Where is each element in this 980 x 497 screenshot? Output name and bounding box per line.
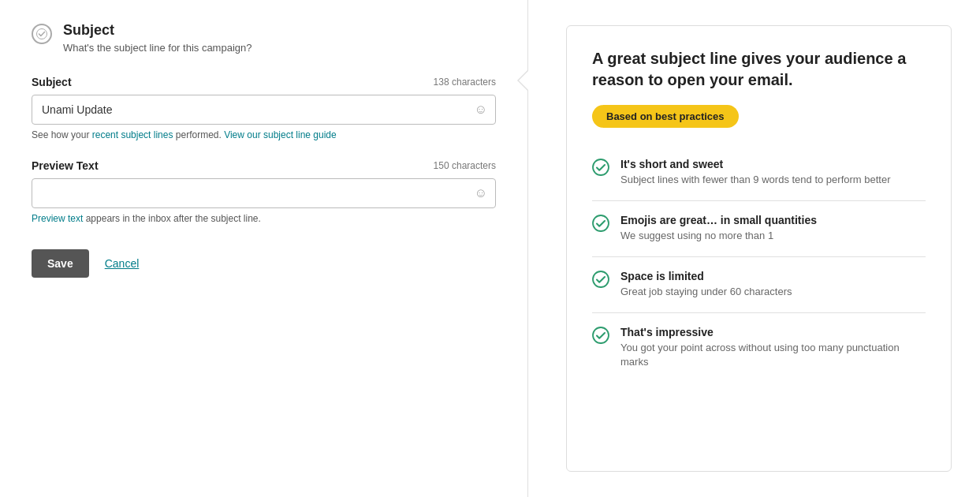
svg-point-2 [593,215,609,231]
practice-desc-space: Great job staying under 60 characters [620,285,792,300]
practice-title-space: Space is limited [620,270,792,282]
practice-desc-emojis: We suggest using no more than 1 [620,229,817,244]
practice-title-emojis: Emojis are great… in small quantities [620,214,817,226]
preview-field-header: Preview Text 150 characters [32,159,496,172]
recent-subject-lines-link[interactable]: recent subject lines [92,129,173,140]
subject-line-guide-link[interactable]: View our subject line guide [224,129,337,140]
practice-check-icon-emojis [592,215,609,234]
practice-item-emojis: Emojis are great… in small quantities We… [592,201,926,257]
right-panel: A great subject line gives your audience… [528,0,980,497]
practice-item-space: Space is limited Great job staying under… [592,257,926,313]
cancel-button[interactable]: Cancel [105,257,140,270]
svg-point-0 [37,29,47,39]
practice-content-emojis: Emojis are great… in small quantities We… [620,214,817,244]
practice-content-impressive: That's impressive You got your point acr… [620,326,926,371]
best-practices-badge: Based on best practices [592,105,739,128]
preview-char-count: 150 characters [434,160,496,171]
subject-field-group: Subject 138 characters ☺ See how your re… [32,76,496,140]
subject-helper-text: See how your recent subject lines perfor… [32,129,496,140]
right-panel-inner: A great subject line gives your audience… [566,25,952,472]
subject-input-wrapper: ☺ [32,95,496,125]
preview-emoji-icon[interactable]: ☺ [467,186,495,200]
subject-emoji-icon[interactable]: ☺ [467,103,495,117]
svg-point-4 [593,327,609,343]
panel-intro: A great subject line gives your audience… [592,48,926,91]
preview-helper-text: Preview text appears in the inbox after … [32,213,496,224]
practice-desc-impressive: You got your point across without using … [620,341,926,371]
preview-label: Preview Text [32,159,99,172]
section-check-icon [32,24,52,44]
practice-desc-short: Subject lines with fewer than 9 words te… [620,173,891,188]
practice-title-short: It's short and sweet [620,158,891,170]
subject-input[interactable] [32,95,467,124]
preview-input-wrapper: ☺ [32,178,496,208]
practice-check-icon-space [592,271,609,290]
practice-item-short: It's short and sweet Subject lines with … [592,145,926,201]
save-button[interactable]: Save [32,249,89,278]
preview-input[interactable] [32,179,467,207]
svg-point-3 [593,271,609,287]
left-panel: Subject What's the subject line for this… [0,0,528,497]
practice-content-short: It's short and sweet Subject lines with … [620,158,891,188]
subject-char-count: 138 characters [434,77,496,88]
practice-item-impressive: That's impressive You got your point acr… [592,313,926,383]
preview-text-link[interactable]: Preview text [32,213,83,224]
section-subtitle: What's the subject line for this campaig… [63,42,252,54]
practice-title-impressive: That's impressive [620,326,926,338]
practice-check-icon-impressive [592,327,609,346]
section-title: Subject [63,22,252,39]
practice-list: It's short and sweet Subject lines with … [592,145,926,383]
section-header: Subject What's the subject line for this… [32,22,496,54]
preview-text-field-group: Preview Text 150 characters ☺ Preview te… [32,159,496,224]
subject-label: Subject [32,76,72,88]
actions-group: Save Cancel [32,249,496,278]
practice-content-space: Space is limited Great job staying under… [620,270,792,300]
subject-field-header: Subject 138 characters [32,76,496,88]
section-title-group: Subject What's the subject line for this… [63,22,252,54]
practice-check-icon-short [592,159,609,178]
svg-point-1 [593,159,609,175]
